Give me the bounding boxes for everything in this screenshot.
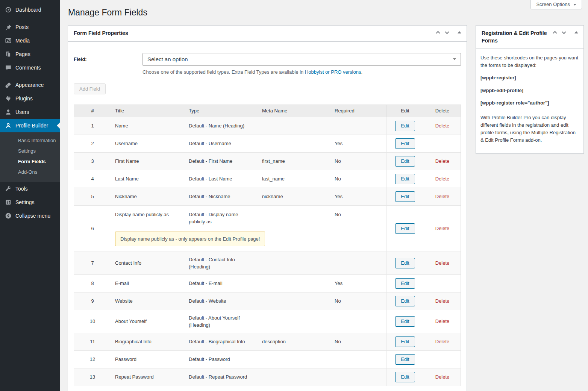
field-required: No [332,153,386,169]
delete-link[interactable]: Delete [435,193,450,200]
edit-button[interactable]: Edit [395,278,415,289]
field-type: Default - About Yourself (Heading) [185,310,258,333]
field-select-wrap: Select an option Choose one of the suppo… [142,53,461,75]
delete-cell: Delete [424,206,461,252]
header-delete: Delete [424,105,461,117]
table-row: 6Display name publicly asDefault - Displ… [74,205,461,252]
collapse-menu-icon [5,212,12,220]
delete-link[interactable]: Delete [435,225,450,232]
sidebar-item-pages[interactable]: Pages [0,47,60,61]
delete-link[interactable]: Delete [435,338,450,345]
sidebar-item-collapse-menu[interactable]: Collapse menu [0,209,60,223]
collapse-panel-icon[interactable] [574,31,578,33]
field-type: Default - Contact Info (Heading) [185,252,258,274]
delete-link[interactable]: Delete [435,318,450,325]
edit-cell: Edit [386,188,424,205]
field-required: No [332,293,386,309]
table-row: 12PasswordDefault - PasswordEdit [74,350,461,368]
sidebar-item-plugins[interactable]: Plugins [0,92,60,105]
sidebar-item-users[interactable]: Users [0,105,60,119]
shortcodes-panel-controls [553,30,578,35]
add-field-button[interactable]: Add Field [74,83,106,94]
table-row: 2UsernameDefault - UsernameYesEdit [74,135,461,152]
panel-title: Form Field Properties [68,26,467,41]
field-type: Default - Biographical Info [185,334,258,349]
edit-cell: Edit [386,310,424,333]
sidebar-subitem-form-fields[interactable]: Form Fields [0,156,60,167]
sidebar-subitem-add-ons[interactable]: Add-Ons [0,167,60,177]
field-meta-name [258,317,332,326]
sidebar-subitem-basic-information[interactable]: Basic Information [0,135,60,146]
sidebar-item-label: Settings [15,199,35,206]
panel-body: Field: Select an option Choose one of th… [68,42,467,391]
edit-button[interactable]: Edit [395,138,415,149]
helper-prefix: Choose one of the supported field types.… [142,69,305,75]
edit-button[interactable]: Edit [395,156,415,167]
field-title: Name [111,118,185,133]
header-title: Title [111,108,185,114]
edit-button[interactable]: Edit [395,336,415,347]
move-up-icon[interactable] [436,31,440,35]
table-row: 10About YourselfDefault - About Yourself… [74,310,461,333]
move-down-icon[interactable] [445,30,449,34]
header-number: # [74,105,111,117]
field-meta-name [258,279,332,288]
delete-link[interactable]: Delete [435,297,450,305]
delete-cell: Delete [424,153,461,170]
delete-link[interactable]: Delete [435,158,450,165]
header-meta-name: Meta Name [258,108,332,114]
header-required: Required [332,108,386,114]
row-number: 2 [74,135,111,152]
field-select[interactable]: Select an option [142,53,461,66]
field-meta-name: first_name [258,153,332,169]
field-type: Default - Username [185,136,258,151]
field-helper-text: Choose one of the supported field types.… [142,69,461,75]
sidebar-subitem-settings[interactable]: Settings [0,146,60,156]
delete-link[interactable]: Delete [435,175,450,182]
sidebar-item-profile-builder[interactable]: Profile Builder [0,119,60,132]
edit-button[interactable]: Edit [395,316,415,327]
sidebar-item-appearance[interactable]: Appearance [0,78,60,92]
edit-cell: Edit [386,368,424,386]
edit-button[interactable]: Edit [395,258,415,268]
profile-builder-submenu: Basic InformationSettingsForm FieldsAdd-… [0,132,60,182]
move-down-icon[interactable] [562,30,566,34]
sidebar-item-settings[interactable]: Settings [0,196,60,209]
collapse-panel-icon[interactable] [458,31,461,33]
field-meta-name [258,139,332,148]
row-number: 11 [74,333,111,350]
row-number: 13 [74,368,111,386]
pro-versions-link[interactable]: Hobbyist or PRO versions [305,69,361,75]
edit-cell: Edit [386,252,424,274]
screen-options-button[interactable]: Screen Options [530,0,582,9]
sidebar-item-dashboard[interactable]: Dashboard [0,3,60,17]
delete-link[interactable]: Delete [435,373,450,380]
edit-button[interactable]: Edit [395,121,415,131]
field-meta-name [258,297,332,305]
edit-button[interactable]: Edit [395,296,415,306]
edit-button[interactable]: Edit [395,174,415,184]
sidebar-item-tools[interactable]: Tools [0,182,60,196]
edit-button[interactable]: Edit [395,354,415,365]
field-title: Password [111,352,185,367]
sidebar-item-media[interactable]: Media [0,34,60,47]
sidebar-item-posts[interactable]: Posts [0,20,60,34]
move-up-icon[interactable] [553,31,557,35]
table-row: 7Contact InfoDefault - Contact Info (Hea… [74,252,461,274]
edit-cell: Edit [386,206,424,252]
field-meta-name [258,206,332,215]
row-number: 3 [74,153,111,170]
shortcodes-panel: Registration & Edit Profile Forms Use th… [476,25,584,154]
field-type: Default - Website [185,293,258,309]
delete-link[interactable]: Delete [435,259,450,267]
sidebar-item-comments[interactable]: Comments [0,61,60,74]
edit-button[interactable]: Edit [395,223,415,234]
edit-cell: Edit [386,275,424,292]
settings-sliders-icon [5,199,12,206]
edit-button[interactable]: Edit [395,372,415,382]
shortcodes-panel-body: Use these shortcodes on the pages you wa… [476,49,583,153]
chevron-down-icon [573,4,576,6]
select-arrow-icon [453,58,456,60]
edit-button[interactable]: Edit [395,191,415,202]
delete-link[interactable]: Delete [435,122,450,129]
